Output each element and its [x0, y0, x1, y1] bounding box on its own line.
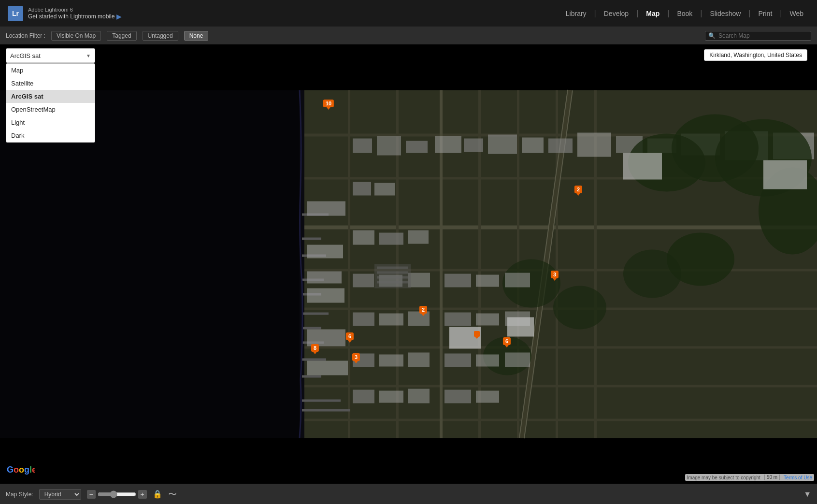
map-copyright: Image may be subject to copyright 50 m T… [685, 474, 814, 481]
filter-none[interactable]: None [184, 31, 209, 41]
map-area[interactable]: ArcGIS sat ▼ Map Satellite ArcGIS sat Op… [0, 44, 817, 484]
nav-develop[interactable]: Develop [598, 7, 634, 20]
svg-rect-46 [307, 202, 345, 216]
dropdown-option-satellite[interactable]: Satellite [6, 77, 95, 90]
svg-rect-81 [444, 354, 471, 367]
zoom-slider[interactable] [98, 490, 136, 498]
svg-rect-70 [476, 275, 499, 287]
svg-rect-28 [577, 133, 611, 157]
svg-rect-69 [444, 274, 471, 288]
svg-rect-24 [464, 139, 483, 152]
track-symbol: 〜 [168, 489, 177, 500]
svg-rect-64 [379, 233, 403, 245]
svg-rect-5 [304, 226, 817, 230]
dropdown-option-openstreetmap[interactable]: OpenStreetMap [6, 103, 95, 116]
nav-slideshow[interactable]: Slideshow [704, 7, 747, 20]
svg-rect-90 [377, 267, 408, 269]
map-style-dropdown[interactable]: ArcGIS sat ▼ Map Satellite ArcGIS sat Op… [6, 48, 95, 63]
map-marker-6a[interactable]: 6 [346, 332, 354, 340]
search-map-container: 🔍 [705, 31, 811, 41]
svg-rect-74 [408, 312, 430, 326]
map-marker-3a[interactable]: 3 [551, 271, 559, 278]
search-map-input[interactable] [718, 32, 805, 39]
svg-rect-61 [353, 182, 371, 196]
svg-rect-75 [444, 313, 471, 326]
svg-rect-66 [353, 274, 374, 288]
map-style-select-button[interactable]: ArcGIS sat ▼ [6, 48, 95, 63]
map-marker-6b[interactable]: 6 [503, 337, 511, 345]
svg-rect-68 [408, 273, 430, 288]
svg-rect-35 [302, 238, 321, 240]
svg-point-58 [553, 286, 606, 330]
mobile-link-arrow[interactable]: ▶ [116, 13, 122, 20]
svg-rect-82 [476, 355, 499, 367]
svg-rect-91 [377, 272, 408, 274]
nav-map[interactable]: Map [640, 7, 665, 20]
svg-rect-44 [302, 400, 341, 402]
svg-rect-84 [353, 390, 374, 403]
map-marker-2a[interactable]: 2 [574, 186, 582, 193]
scale-indicator: 50 m [764, 475, 780, 480]
map-marker-8[interactable]: 8 [311, 344, 319, 352]
map-marker-3b[interactable]: 3 [352, 353, 360, 361]
dropdown-option-arcgis-sat[interactable]: ArcGIS sat [6, 90, 95, 103]
app-subtitle-text: Get started with Lightroom mobile [28, 13, 115, 20]
lock-icon[interactable]: 🔒 [153, 490, 162, 499]
expand-button[interactable]: ▼ [803, 490, 811, 499]
svg-rect-45 [302, 409, 350, 412]
location-tooltip-text: Kirkland, Washington, United States [709, 52, 802, 58]
nav-menu: Library | Develop | Map | Book | Slidesh… [560, 7, 809, 20]
map-style-bottom-select[interactable]: Hybrid Roadmap Satellite Terrain [39, 489, 81, 500]
svg-rect-86 [408, 389, 430, 403]
svg-rect-83 [505, 353, 530, 367]
dropdown-option-map[interactable]: Map [6, 64, 95, 77]
filter-tagged[interactable]: Tagged [107, 31, 136, 41]
topbar-left: Lr Adobe Lightroom 6 Get started with Li… [8, 6, 122, 21]
svg-rect-51 [307, 361, 348, 375]
svg-rect-43 [302, 375, 321, 378]
map-style-selected-label: ArcGIS sat [10, 52, 41, 59]
svg-rect-76 [476, 314, 499, 326]
svg-rect-9 [304, 385, 817, 388]
lr-logo: Lr [8, 6, 23, 21]
map-style-dropdown-menu: Map Satellite ArcGIS sat OpenStreetMap L… [6, 63, 95, 143]
map-marker-2b[interactable]: 2 [419, 306, 427, 314]
map-marker-10[interactable]: 10 [323, 100, 334, 107]
svg-rect-95 [507, 317, 534, 337]
nav-library[interactable]: Library [560, 7, 592, 20]
map-marker-single[interactable] [474, 331, 480, 337]
location-filter-bar: Location Filter : Visible On Map Tagged … [0, 27, 817, 44]
dropdown-option-light[interactable]: Light [6, 116, 95, 129]
svg-point-60 [667, 233, 734, 286]
svg-rect-65 [408, 230, 429, 244]
svg-rect-62 [374, 183, 395, 196]
map-svg [0, 44, 817, 484]
map-style-bottom-label: Map Style: [6, 491, 33, 498]
filter-untagged[interactable]: Untagged [143, 31, 178, 41]
dropdown-option-dark[interactable]: Dark [6, 129, 95, 142]
svg-rect-10 [304, 419, 817, 421]
svg-rect-42 [302, 359, 326, 361]
copyright-text: Image may be subject to copyright [687, 475, 760, 480]
svg-rect-80 [408, 353, 430, 367]
filter-visible-on-map[interactable]: Visible On Map [51, 31, 101, 41]
svg-rect-71 [505, 273, 530, 288]
lock-icon-symbol: 🔒 [153, 490, 162, 499]
location-tooltip: Kirkland, Washington, United States [704, 49, 807, 61]
svg-rect-26 [522, 138, 544, 153]
svg-rect-92 [377, 276, 408, 279]
zoom-controls: − + [87, 490, 147, 499]
nav-print[interactable]: Print [753, 7, 778, 20]
svg-rect-87 [444, 390, 471, 403]
svg-rect-97 [763, 160, 807, 189]
nav-book[interactable]: Book [671, 7, 698, 20]
svg-rect-47 [307, 245, 343, 259]
zoom-out-button[interactable]: − [87, 490, 96, 499]
svg-rect-39 [302, 313, 329, 315]
app-title: Adobe Lightroom 6 [28, 7, 122, 13]
track-icon[interactable]: 〜 [168, 489, 177, 500]
nav-web[interactable]: Web [784, 7, 809, 20]
terms-of-use[interactable]: Terms of Use [784, 475, 812, 480]
zoom-in-button[interactable]: + [138, 490, 147, 499]
svg-rect-48 [307, 272, 342, 284]
